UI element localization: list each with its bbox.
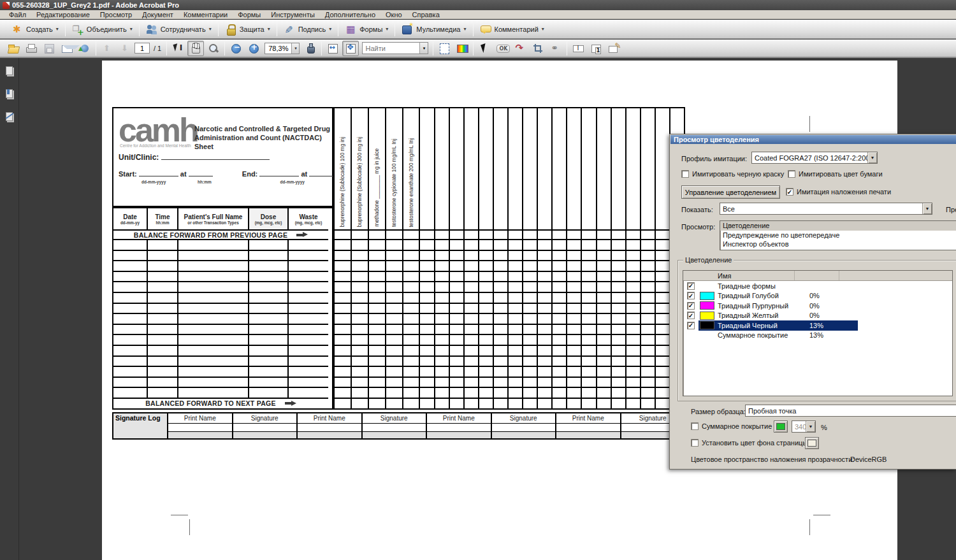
find-search-input[interactable] — [363, 45, 419, 52]
checkbox-icon[interactable] — [788, 170, 795, 178]
chevron-down-icon[interactable]: ▼ — [922, 203, 932, 214]
drug-cell — [335, 271, 351, 282]
print-button[interactable] — [23, 41, 40, 56]
fit-page-button[interactable] — [342, 41, 359, 56]
checkbox-icon[interactable] — [691, 422, 699, 430]
drug-cell — [465, 313, 478, 324]
comment-button[interactable]: Комментарий▾ — [475, 21, 549, 38]
simulate-paper-color-checkbox[interactable]: Имитировать цвет бумаги — [788, 170, 883, 178]
touchup-text-button[interactable] — [570, 41, 586, 56]
page-background-color-checkbox[interactable]: Установить цвет фона страницы — [691, 439, 808, 447]
preview-option-0[interactable]: Цветоделение — [720, 221, 956, 231]
output-preview-button[interactable] — [454, 41, 470, 56]
typewriter-button[interactable] — [588, 41, 604, 56]
drug-cell — [369, 334, 385, 345]
preview-option-2[interactable]: Инспектор объектов — [720, 240, 956, 249]
simulate-overprint-checkbox[interactable]: ✓ Имитация наложения печати — [786, 188, 891, 196]
touchup-object-button[interactable] — [605, 41, 622, 56]
simulation-profile-combo[interactable]: Coated FOGRA27 (ISO 12647-2:2004) ▼ — [751, 152, 878, 164]
page-number-input[interactable] — [134, 43, 150, 54]
checkbox-checked-icon[interactable]: ✓ — [687, 322, 695, 329]
sign-icon — [284, 24, 295, 35]
menu-item-8[interactable]: Окно — [380, 11, 407, 18]
table-cell — [248, 271, 287, 282]
total-coverage-checkbox[interactable]: Суммарное покрытие — [691, 422, 772, 430]
select-object-button[interactable] — [476, 41, 493, 56]
collaborate-button[interactable]: Сотрудничать▾ — [141, 21, 217, 38]
separation-row-0[interactable]: ✓Триадные формы — [683, 281, 952, 291]
drug-cell — [597, 387, 611, 398]
preview-option-1[interactable]: Предупреждение по цветопередаче — [720, 231, 956, 240]
drug-cell — [420, 250, 433, 261]
pages-panel-icon[interactable] — [4, 66, 15, 78]
menu-item-6[interactable]: Инструменты — [266, 11, 320, 18]
ink-bottle-button[interactable] — [302, 41, 319, 56]
web-button[interactable] — [76, 41, 93, 56]
output-preview-icon — [456, 43, 468, 54]
dialog-title-bar[interactable]: Просмотр цветоделения — [670, 135, 956, 144]
protect-button[interactable]: Защита▾ — [220, 21, 275, 38]
checkbox-checked-icon[interactable]: ✓ — [687, 302, 695, 310]
checkbox-icon[interactable] — [691, 439, 699, 447]
hand-tool-button[interactable] — [187, 41, 204, 56]
menu-item-9[interactable]: Справка — [407, 11, 445, 18]
chevron-down-icon[interactable]: ▾ — [419, 43, 428, 54]
zoom-out-button[interactable] — [228, 41, 244, 56]
drug-cell — [509, 345, 522, 355]
save-button — [41, 41, 57, 56]
simulate-black-ink-checkbox[interactable]: Имитировать черную краску — [681, 170, 784, 178]
drug-cell — [420, 377, 433, 387]
separation-row-5[interactable]: Суммарное покрытие13% — [683, 331, 952, 341]
select-tool-button[interactable] — [170, 41, 186, 56]
show-combo[interactable]: Все ▼ — [720, 203, 932, 215]
crop-tool-button[interactable] — [530, 41, 546, 56]
background-color-swatch[interactable] — [805, 437, 819, 449]
table-header-patientsfullname: Patient's Full Nameor other Transaction … — [177, 208, 248, 229]
separation-row-1[interactable]: ✓Триадный Голубой0% — [683, 291, 952, 301]
table-cell — [147, 324, 177, 334]
checkbox-checked-icon[interactable]: ✓ — [687, 282, 695, 290]
sample-size-combo[interactable]: Пробная точка — [745, 405, 956, 417]
coverage-color-swatch[interactable] — [774, 420, 788, 433]
sign-button[interactable]: Подпись▾ — [279, 21, 337, 38]
multimedia-button[interactable]: Мультимедиа▾ — [396, 21, 471, 38]
printer-marks-button[interactable] — [436, 41, 453, 56]
chevron-down-icon[interactable]: ▾ — [291, 43, 299, 54]
drug-cell — [386, 387, 402, 398]
table-cell — [177, 313, 248, 324]
drug-cell — [369, 239, 385, 250]
menu-item-5[interactable]: Формы — [233, 11, 266, 18]
drug-cell — [386, 303, 402, 313]
zoom-in-button[interactable] — [245, 41, 262, 56]
checkbox-icon[interactable] — [681, 170, 689, 178]
separation-row-2[interactable]: ✓Триадный Пурпурный0% — [683, 301, 952, 311]
forms-button[interactable]: Формы▾ — [340, 21, 393, 38]
menu-item-7[interactable]: Дополнительно — [320, 11, 380, 18]
menu-item-4[interactable]: Комментарии — [178, 11, 233, 18]
combine-button[interactable]: Объединить▾ — [67, 21, 138, 38]
checkbox-checked-icon[interactable]: ✓ — [687, 312, 695, 319]
checkbox-checked-icon[interactable]: ✓ — [786, 188, 793, 196]
chevron-down-icon[interactable]: ▼ — [867, 152, 877, 163]
menu-item-2[interactable]: Просмотр — [95, 11, 137, 18]
menu-item-0[interactable]: Файл — [4, 11, 31, 18]
signatures-panel-icon[interactable] — [4, 111, 15, 124]
checkbox-checked-icon[interactable]: ✓ — [687, 292, 695, 299]
zoom-marquee-button[interactable] — [205, 41, 222, 56]
separation-row-4[interactable]: ✓Триадный Черный13% — [683, 320, 952, 331]
separation-row-3[interactable]: ✓Триадный Желтый0% — [683, 311, 952, 321]
separations-list-header: Имя — [683, 271, 952, 281]
button-tool-button[interactable] — [494, 41, 511, 56]
link-tool-button[interactable] — [547, 41, 564, 56]
ink-manager-button[interactable]: Управление цветоделением — [681, 185, 780, 199]
create-button[interactable]: Создать▾ — [6, 21, 64, 38]
menu-item-1[interactable]: Редактирование — [31, 11, 95, 18]
table-cell — [113, 281, 147, 292]
zoom-level-combo[interactable]: 78,3%▾ — [264, 43, 300, 54]
bookmarks-panel-icon[interactable] — [4, 89, 15, 101]
email-button[interactable] — [59, 41, 75, 56]
fit-width-button[interactable] — [324, 41, 341, 56]
menu-item-3[interactable]: Документ — [137, 11, 178, 18]
open-button[interactable] — [5, 41, 22, 56]
preflight-button[interactable] — [512, 41, 528, 56]
